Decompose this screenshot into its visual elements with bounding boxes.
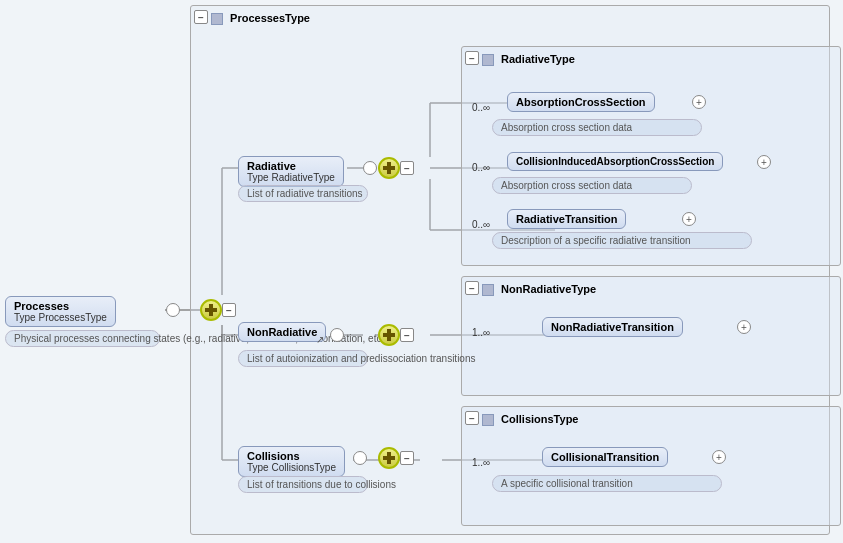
minus-icon7: − bbox=[404, 330, 410, 341]
non-radiative-desc: List of autoionization and predissociati… bbox=[238, 350, 368, 367]
absorption-multiplicity: 0..∞ bbox=[472, 102, 490, 113]
svg-rect-22 bbox=[205, 308, 217, 312]
processes-desc: Physical processes connecting states (e.… bbox=[5, 330, 160, 347]
processes-type-header: ProcessesType bbox=[211, 12, 310, 25]
non-radiative-transition-label: NonRadiativeTransition bbox=[551, 321, 674, 333]
main-join-node bbox=[200, 299, 222, 321]
absorption-cross-section-node[interactable]: AbsorptionCrossSection bbox=[507, 92, 655, 112]
radiative-join-node bbox=[378, 157, 400, 179]
non-radiative-type-label: NonRadiativeType bbox=[501, 283, 596, 295]
join-icon bbox=[203, 302, 219, 318]
processes-type-label: ProcessesType bbox=[230, 12, 310, 24]
radiative-title: Radiative bbox=[247, 160, 335, 172]
non-radiative-minus[interactable]: − bbox=[400, 328, 414, 342]
absorption-desc: Absorption cross section data bbox=[492, 119, 702, 136]
processes-type-row: Type ProcessesType bbox=[14, 312, 107, 323]
collisional-transition-desc: A specific collisional transition bbox=[492, 475, 722, 492]
radiative-type-header: RadiativeType bbox=[482, 53, 575, 66]
collisions-circle bbox=[353, 451, 367, 465]
non-radiative-trans-multiplicity: 1..∞ bbox=[472, 327, 490, 338]
minus-icon6: − bbox=[404, 163, 410, 174]
non-radiative-join-node bbox=[378, 324, 400, 346]
join-icon3 bbox=[381, 327, 397, 343]
processes-circle bbox=[166, 303, 180, 317]
non-radiative-transition-plus[interactable]: + bbox=[737, 320, 751, 334]
collisions-type-minus[interactable]: − bbox=[465, 411, 479, 425]
plus-icon4: + bbox=[741, 322, 747, 333]
collision-induced-plus[interactable]: + bbox=[757, 155, 771, 169]
collisions-title: Collisions bbox=[247, 450, 336, 462]
non-radiative-type-box: − NonRadiativeType 1..∞ NonRadiativeTran… bbox=[461, 276, 841, 396]
collisions-type-header: CollisionsType bbox=[482, 413, 578, 426]
radiative-transition-plus[interactable]: + bbox=[682, 212, 696, 226]
radiative-circle bbox=[363, 161, 377, 175]
box-icon bbox=[211, 13, 223, 25]
svg-rect-24 bbox=[383, 166, 395, 170]
collisions-desc: List of transitions due to collisions bbox=[238, 476, 368, 493]
minus-icon: − bbox=[198, 12, 204, 23]
minus-icon8: − bbox=[404, 453, 410, 464]
collisions-type-label: CollisionsType bbox=[501, 413, 578, 425]
radiative-minus[interactable]: − bbox=[400, 161, 414, 175]
radiative-transition-node[interactable]: RadiativeTransition bbox=[507, 209, 626, 229]
collision-induced-node[interactable]: CollisionInducedAbsorptionCrossSection bbox=[507, 152, 723, 171]
collisional-trans-multiplicity: 1..∞ bbox=[472, 457, 490, 468]
collisions-minus[interactable]: − bbox=[400, 451, 414, 465]
minus-icon3: − bbox=[469, 283, 475, 294]
absorption-label: AbsorptionCrossSection bbox=[516, 96, 646, 108]
collisional-transition-node[interactable]: CollisionalTransition bbox=[542, 447, 668, 467]
plus-icon5: + bbox=[716, 452, 722, 463]
radiative-transition-label: RadiativeTransition bbox=[516, 213, 617, 225]
svg-rect-28 bbox=[383, 456, 395, 460]
join-icon2 bbox=[381, 160, 397, 176]
plus-icon3: + bbox=[686, 214, 692, 225]
processes-type-minus[interactable]: − bbox=[194, 10, 208, 24]
processes-title: Processes bbox=[14, 300, 107, 312]
non-radiative-title: NonRadiative bbox=[247, 326, 317, 338]
collisions-type-box: − CollisionsType 1..∞ CollisionalTransit… bbox=[461, 406, 841, 526]
join-icon4 bbox=[381, 450, 397, 466]
collision-induced-desc: Absorption cross section data bbox=[492, 177, 692, 194]
plus-icon2: + bbox=[761, 157, 767, 168]
collisions-join-node bbox=[378, 447, 400, 469]
absorption-plus[interactable]: + bbox=[692, 95, 706, 109]
non-radiative-type-header: NonRadiativeType bbox=[482, 283, 596, 296]
main-minus[interactable]: − bbox=[222, 303, 236, 317]
minus-icon4: − bbox=[469, 413, 475, 424]
box-icon3 bbox=[482, 284, 494, 296]
collision-induced-label: CollisionInducedAbsorptionCrossSection bbox=[516, 156, 714, 167]
non-radiative-type-minus[interactable]: − bbox=[465, 281, 479, 295]
collisional-transition-label: CollisionalTransition bbox=[551, 451, 659, 463]
non-radiative-node[interactable]: NonRadiative bbox=[238, 322, 326, 342]
box-icon2 bbox=[482, 54, 494, 66]
minus-icon2: − bbox=[469, 53, 475, 64]
minus-icon5: − bbox=[226, 305, 232, 316]
non-radiative-arrow: ↗ bbox=[316, 334, 324, 345]
radiative-desc: List of radiative transitions bbox=[238, 185, 368, 202]
collisions-node[interactable]: Collisions Type CollisionsType bbox=[238, 446, 345, 477]
svg-rect-26 bbox=[383, 333, 395, 337]
radiative-type-box: − RadiativeType 0..∞ AbsorptionCrossSect… bbox=[461, 46, 841, 266]
radiative-node[interactable]: Radiative Type RadiativeType bbox=[238, 156, 344, 187]
processes-node[interactable]: Processes Type ProcessesType bbox=[5, 296, 116, 327]
radiative-type-row: Type RadiativeType bbox=[247, 172, 335, 183]
radiative-type-minus[interactable]: − bbox=[465, 51, 479, 65]
non-radiative-circle bbox=[330, 328, 344, 342]
collisional-transition-plus[interactable]: + bbox=[712, 450, 726, 464]
radiative-type-label: RadiativeType bbox=[501, 53, 575, 65]
collision-induced-multiplicity: 0..∞ bbox=[472, 162, 490, 173]
plus-icon: + bbox=[696, 97, 702, 108]
diagram-container: ProcessesType − − RadiativeType 0..∞ Abs… bbox=[0, 0, 843, 543]
radiative-trans-multiplicity: 0..∞ bbox=[472, 219, 490, 230]
box-icon4 bbox=[482, 414, 494, 426]
radiative-transition-desc: Description of a specific radiative tran… bbox=[492, 232, 752, 249]
non-radiative-transition-node[interactable]: NonRadiativeTransition bbox=[542, 317, 683, 337]
collisions-type-row: Type CollisionsType bbox=[247, 462, 336, 473]
